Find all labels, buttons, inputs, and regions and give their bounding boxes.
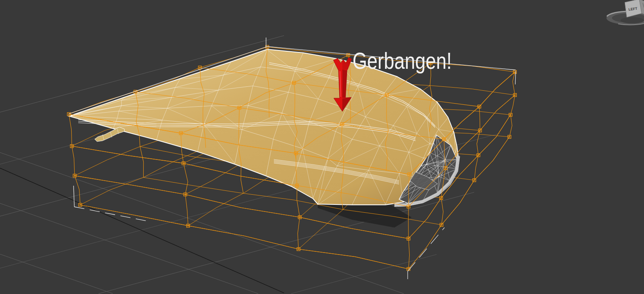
lattice-control-point-dot [408,269,409,270]
lattice-control-point-dot [180,133,182,134]
lattice-control-point-dot [80,204,81,206]
viewcube-shadow [621,17,644,23]
lattice-control-point-dot [295,153,297,154]
lattice-control-point-dot [479,106,480,107]
lattice-control-point-dot [187,225,189,226]
lattice-control-point-dot [239,107,240,108]
lattice-control-point-dot [298,249,299,250]
annotation-text: Gerbangen! [353,48,452,74]
lattice-control-point-dot [342,124,343,125]
lattice-control-point-dot [74,175,75,176]
lattice-control-point-dot [293,82,295,83]
lattice-control-point-dot [441,224,442,226]
lattice-control-point-dot [183,163,184,164]
lattice-control-point-dot [510,114,511,115]
lattice-control-point-dot [71,145,72,147]
lattice-control-point-dot [479,130,480,131]
lattice-control-point-dot [347,55,349,56]
lattice-control-point-dot [185,194,186,195]
lattice-control-point-dot [443,139,444,140]
lattice-control-point-dot [474,179,475,181]
viewport-canvas[interactable]: Gerbangen! LEFT [0,0,644,294]
lattice-control-point-dot [386,94,387,95]
lattice-control-point-dot [297,185,298,186]
lattice-control-point-dot [299,217,300,218]
lattice-control-point-dot [408,206,409,207]
lattice-control-point-dot [514,72,516,73]
lattice-control-point-dot [409,174,410,175]
lattice-control-point-dot [199,67,200,68]
lattice-control-point-dot [441,197,442,199]
lattice-control-point-dot [478,154,479,156]
lattice-control-point-dot [408,238,409,239]
lattice-control-point-dot [514,95,516,96]
lattice-control-point-dot [445,168,446,169]
lattice-control-point-dot [509,136,510,138]
3d-viewport[interactable]: Gerbangen! LEFT [0,0,644,294]
